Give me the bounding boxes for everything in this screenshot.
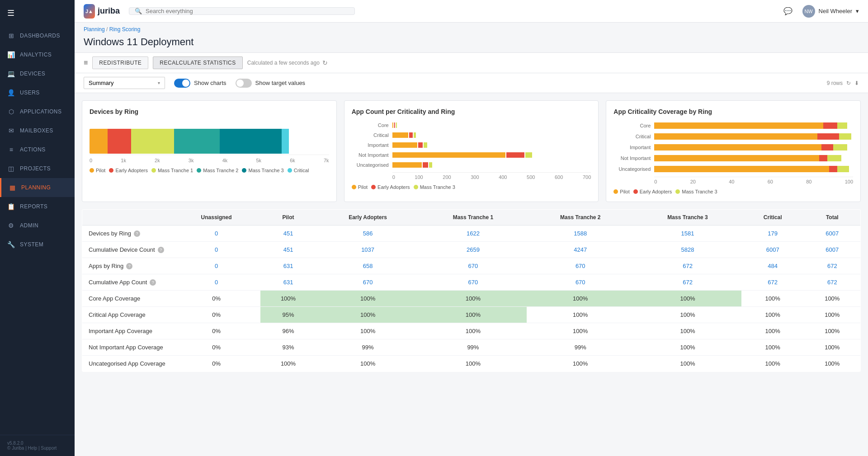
calc-status: Calculated a few seconds ago ↻: [247, 59, 328, 66]
sidebar-item-admin[interactable]: ⚙ ADMIN: [0, 216, 75, 235]
cell-cd-ea[interactable]: 1037: [361, 246, 374, 253]
show-target-toggle[interactable]: [236, 79, 252, 88]
download-icon[interactable]: ⬇: [854, 80, 859, 86]
sidebar-item-applications[interactable]: ⬡ APPLICATIONS: [0, 102, 75, 121]
sidebar-item-users[interactable]: 👤 USERS: [0, 83, 75, 102]
cell-apps-unassigned[interactable]: 0: [215, 263, 218, 269]
devices-chart-legend: Pilot Early Adopters Mass Tranche 1 Mass…: [90, 168, 329, 173]
user-menu[interactable]: NW Neil Wheeler ▾: [802, 5, 859, 18]
legend-mass-tranche-3: Mass Tranche 3: [242, 168, 283, 173]
sidebar-item-system[interactable]: 🔧 SYSTEM: [0, 235, 75, 254]
cell-apps-mt3[interactable]: 672: [683, 263, 693, 269]
coverage-legend: Pilot Early Adopters Mass Tranche 3: [613, 189, 853, 194]
notifications-icon[interactable]: 💬: [781, 4, 795, 19]
topbar-right: 💬 NW Neil Wheeler ▾: [781, 4, 859, 19]
sidebar-item-devices[interactable]: 💻 DEVICES: [0, 64, 75, 83]
admin-icon: ⚙: [7, 221, 15, 230]
page-header: Windows 11 Deployment: [75, 34, 868, 52]
refresh-icon[interactable]: ↻: [322, 59, 328, 66]
cell-devices-total[interactable]: 6007: [826, 230, 839, 237]
help-icon-cumulative-app[interactable]: ?: [150, 279, 156, 286]
cell-ca-pilot[interactable]: 631: [283, 279, 293, 286]
show-charts-toggle[interactable]: [174, 79, 190, 88]
cell-critical-mt1: 100%: [420, 307, 527, 323]
redistribute-button[interactable]: REDISTRIBUTE: [92, 56, 148, 69]
breadcrumb: Planning / Ring Scoring: [75, 23, 868, 34]
cell-cd-unassigned[interactable]: 0: [215, 246, 218, 253]
page-content: Planning / Ring Scoring Windows 11 Deplo…: [75, 23, 868, 456]
cell-devices-pilot[interactable]: 451: [283, 230, 293, 237]
legend-critical: Critical: [288, 168, 309, 173]
cell-cd-mt2[interactable]: 4247: [574, 246, 587, 253]
cell-ca-mt2[interactable]: 670: [576, 279, 585, 286]
cell-devices-mt2[interactable]: 1588: [574, 230, 587, 237]
breadcrumb-ring-scoring[interactable]: Ring Scoring: [109, 26, 141, 33]
help-link[interactable]: Help: [28, 446, 38, 451]
sidebar-item-reports[interactable]: 📋 REPORTS: [0, 197, 75, 216]
cell-critical-ea: 100%: [316, 307, 419, 323]
cell-devices-ea[interactable]: 586: [363, 230, 373, 237]
cell-ca-mt1[interactable]: 670: [468, 279, 478, 286]
cell-devices-unassigned[interactable]: 0: [215, 230, 218, 237]
cell-apps-total[interactable]: 672: [827, 263, 837, 269]
actions-icon: ≡: [7, 146, 15, 154]
analytics-icon: 📊: [7, 51, 15, 59]
col-header-label: [82, 210, 173, 226]
sidebar-item-actions[interactable]: ≡ ACTIONS: [0, 140, 75, 159]
help-icon-devices[interactable]: ?: [134, 230, 140, 237]
cell-ca-total[interactable]: 672: [827, 279, 837, 286]
support-link[interactable]: Support: [41, 446, 57, 451]
show-target-toggle-group: Show target values: [236, 79, 306, 88]
cell-ca-mt3[interactable]: 672: [683, 279, 693, 286]
sidebar-item-analytics[interactable]: 📊 ANALYTICS: [0, 45, 75, 64]
menu-icon[interactable]: ≡: [84, 59, 88, 67]
app-count-legend: Pilot Early Adopters Mass Tranche 3: [352, 184, 591, 190]
cell-cd-pilot[interactable]: 451: [283, 246, 293, 253]
reload-icon[interactable]: ↻: [846, 80, 851, 86]
sidebar-item-mailboxes[interactable]: ✉ MAILBOXES: [0, 121, 75, 140]
cell-cd-total[interactable]: 6007: [826, 246, 839, 253]
cell-apps-mt1[interactable]: 670: [468, 263, 478, 269]
devices-by-ring-chart: Devices by Ring 0 1k 2k 3k: [82, 100, 337, 202]
table-row: Not Important App Coverage 0% 93% 99% 99…: [82, 339, 861, 356]
hamburger-menu[interactable]: ☰: [0, 0, 75, 26]
search-bar[interactable]: 🔍: [129, 7, 355, 15]
cell-devices-mt1[interactable]: 1622: [467, 230, 480, 237]
legend-dot-mt1: [151, 168, 156, 173]
applications-icon: ⬡: [7, 108, 15, 116]
cell-apps-critical[interactable]: 484: [768, 263, 778, 269]
cell-critical-pilot: 95%: [260, 307, 316, 323]
help-icon-cumulative-device[interactable]: ?: [158, 247, 164, 253]
help-icon-apps[interactable]: ?: [126, 263, 132, 269]
cell-apps-pilot[interactable]: 631: [283, 263, 293, 269]
cell-apps-ea[interactable]: 658: [363, 263, 373, 269]
cell-devices-critical[interactable]: 179: [768, 230, 778, 237]
cell-cd-mt3[interactable]: 5828: [681, 246, 694, 253]
sidebar-item-planning[interactable]: ▦ PLANNING: [0, 178, 75, 197]
cell-devices-mt3[interactable]: 1581: [681, 230, 694, 237]
table-row: Devices by Ring ? 0 451 586 1622 1588 15…: [82, 226, 861, 242]
cell-apps-mt2[interactable]: 670: [576, 263, 585, 269]
recalculate-button[interactable]: RECALCULATE STATISTICS: [153, 56, 242, 69]
sidebar: ☰ ⊞ DASHBOARDS 📊 ANALYTICS 💻 DEVICES 👤 U…: [0, 0, 75, 456]
cell-cd-critical[interactable]: 6007: [766, 246, 779, 253]
cell-ca-unassigned[interactable]: 0: [215, 279, 218, 286]
cell-ca-ea[interactable]: 670: [363, 279, 373, 286]
sidebar-item-projects[interactable]: ◫ PROJECTS: [0, 159, 75, 178]
system-icon: 🔧: [7, 240, 15, 249]
col-header-early-adopters: Early Adopters: [316, 210, 419, 226]
cell-ca-critical[interactable]: 672: [768, 279, 778, 286]
sidebar-item-dashboards[interactable]: ⊞ DASHBOARDS: [0, 26, 75, 45]
app-logo: J▲ juriba: [84, 4, 120, 19]
cell-core-mt2: 100%: [527, 291, 634, 307]
row-label-important-coverage: Important App Coverage: [89, 328, 152, 334]
page-title: Windows 11 Deployment: [84, 36, 859, 48]
legend-dot-mt2: [197, 168, 201, 173]
summary-dropdown[interactable]: Summary ▾: [84, 77, 165, 89]
breadcrumb-planning[interactable]: Planning: [84, 26, 105, 33]
dropdown-arrow-icon: ▾: [158, 80, 160, 85]
search-input[interactable]: [146, 8, 349, 14]
col-header-critical: Critical: [741, 210, 804, 226]
cell-cd-mt1[interactable]: 2659: [467, 246, 480, 253]
table-header-row: Unassigned Pilot Early Adopters Mass Tra…: [82, 210, 861, 226]
